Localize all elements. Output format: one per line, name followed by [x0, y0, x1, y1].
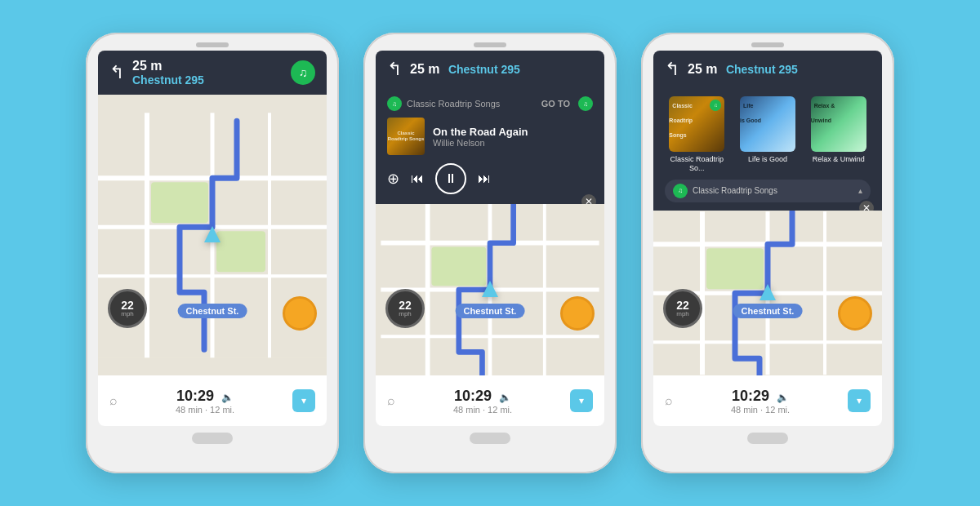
album-item-2[interactable]: Lifeis Good Life is Good	[736, 96, 800, 173]
spotify-green-icon-3: ♫	[673, 184, 688, 198]
turn-arrow-icon-1: ↰	[109, 62, 124, 83]
svg-rect-16	[431, 247, 486, 286]
trip-info-2: 48 min · 12 mi.	[453, 405, 512, 415]
bottom-bar-3: ⌕ 10:29 🔈 48 min · 12 mi. ▾	[653, 375, 882, 426]
nav-distance-1: 25 m	[132, 59, 204, 73]
album-name-1: Classic Roadtrip So...	[665, 155, 729, 173]
speed-unit-1: mph	[121, 311, 134, 317]
svg-rect-7	[151, 182, 208, 223]
street-label-2: Chestnut St.	[456, 304, 525, 318]
album-art-2: Classic Roadtrip Songs	[387, 118, 425, 155]
orange-button-2[interactable]	[560, 296, 595, 331]
phone-screen-3: ↰ 25 m Chestnut 295 ClassicRoadtripSongs…	[653, 51, 882, 426]
album-thumb-1: ClassicRoadtripSongs ♫	[669, 96, 724, 152]
chevron-down-button-1[interactable]: ▾	[292, 389, 315, 412]
spotify-green-icon-2: ♫	[387, 96, 402, 111]
spotify-logo-2[interactable]: ♫	[578, 96, 593, 111]
album-thumb-2: Lifeis Good	[740, 96, 795, 152]
song-row-2: Classic Roadtrip Songs On the Road Again…	[387, 118, 593, 155]
add-button-2[interactable]: ⊕	[387, 170, 399, 188]
speed-unit-3: mph	[676, 311, 689, 317]
playlist-bar-3[interactable]: ♫ Classic Roadtrip Songs ▴	[665, 180, 871, 202]
album-name-3: Relax & Unwind	[813, 155, 865, 164]
orange-button-1[interactable]	[283, 296, 317, 331]
album-picker-3: ClassicRoadtripSongs ♫ Classic Roadtrip …	[653, 88, 882, 211]
spotify-icon-1: ♫	[299, 66, 308, 79]
nav-info-3: 25 m Chestnut 295	[688, 62, 798, 77]
search-icon-2[interactable]: ⌕	[387, 393, 395, 408]
nav-distance-3: 25 m Chestnut 295	[688, 62, 798, 77]
nav-header-1: ↰ 25 m Chestnut 295 ♫	[98, 51, 327, 95]
speed-unit-2: mph	[399, 311, 412, 317]
chevron-down-button-3[interactable]: ▾	[848, 389, 871, 412]
street-label-3: Chestnut St.	[733, 304, 803, 318]
search-icon-1[interactable]: ⌕	[109, 393, 118, 408]
album-item-1[interactable]: ClassicRoadtripSongs ♫ Classic Roadtrip …	[665, 96, 729, 173]
spotify-panel-top-2: ♫ Classic Roadtrip Songs GO TO ♫	[387, 96, 593, 111]
time-block-2: 10:29 🔈 48 min · 12 mi.	[453, 388, 512, 415]
time-block-3: 10:29 🔈 48 min · 12 mi.	[731, 388, 790, 415]
go-to-button-2[interactable]: GO TO	[541, 99, 570, 109]
phone-screen-2: ↰ 25 m Chestnut 295 ♫ Classic Roadtrip S…	[376, 51, 604, 426]
time-display-1: 10:29 🔈	[176, 388, 234, 405]
bottom-bar-1: ⌕ 10:29 🔈 48 min · 12 mi. ▾	[98, 375, 327, 426]
albums-row-3: ClassicRoadtripSongs ♫ Classic Roadtrip …	[665, 96, 871, 173]
album-thumb-3: Relax &Unwind	[811, 96, 866, 152]
speed-badge-3: 22 mph	[663, 289, 702, 328]
home-button-2[interactable]	[470, 433, 510, 444]
volume-icon-2: 🔈	[499, 392, 511, 403]
album-label-2: Lifeis Good	[740, 100, 764, 126]
map-area-3: 22 mph Chestnut St.	[653, 211, 882, 375]
prev-button-2[interactable]: ⏮	[411, 171, 424, 186]
time-display-3: 10:29 🔈	[731, 388, 790, 405]
song-title-2: On the Road Again	[433, 126, 593, 138]
album-name-2: Life is Good	[748, 155, 787, 164]
play-pause-button-2[interactable]: ⏸	[435, 163, 466, 194]
nav-info-1: 25 m Chestnut 295	[132, 59, 204, 87]
turn-arrow-icon-2: ↰	[387, 59, 402, 80]
nav-arrow-1	[204, 226, 220, 242]
volume-icon-1: 🔈	[221, 392, 234, 403]
playlist-name-2: Classic Roadtrip Songs	[407, 99, 537, 109]
nav-header-2: ↰ 25 m Chestnut 295	[376, 51, 604, 88]
nav-info-2: 25 m Chestnut 295	[410, 62, 520, 77]
phone-2: ↰ 25 m Chestnut 295 ♫ Classic Roadtrip S…	[363, 33, 617, 473]
nav-distance-2: 25 m Chestnut 295	[410, 62, 520, 77]
speed-badge-2: 22 mph	[385, 289, 425, 328]
song-info-2: On the Road Again Willie Nelson	[433, 126, 593, 148]
album-label-3: Relax &Unwind	[811, 100, 835, 126]
orange-button-3[interactable]	[838, 296, 872, 331]
phone-screen-1: ↰ 25 m Chestnut 295 ♫	[98, 51, 327, 426]
controls-row-2: ⊕ ⏮ ⏸ ⏭	[387, 163, 593, 194]
chevron-down-button-2[interactable]: ▾	[570, 389, 593, 412]
spotify-panel-2: ♫ Classic Roadtrip Songs GO TO ♫ Classic…	[376, 88, 604, 204]
svg-rect-24	[706, 248, 764, 289]
home-button-3[interactable]	[747, 433, 788, 444]
street-label-1: Chestnut St.	[178, 304, 247, 318]
home-button-1[interactable]	[192, 433, 233, 444]
phone-speaker-2	[474, 42, 506, 47]
spotify-badge-1[interactable]: ♫	[291, 60, 315, 85]
speed-badge-1: 22 mph	[108, 289, 147, 328]
active-indicator-1: ♫	[710, 100, 721, 111]
speed-number-2: 22	[399, 300, 412, 311]
trip-info-3: 48 min · 12 mi.	[731, 405, 790, 415]
nav-header-3: ↰ 25 m Chestnut 295	[653, 51, 882, 88]
chevron-up-icon-3: ▴	[858, 186, 862, 195]
album-label-1: ClassicRoadtripSongs	[669, 100, 693, 141]
phone-speaker-1	[196, 42, 229, 47]
map-area-1: 22 mph Chestnut St.	[98, 95, 327, 375]
next-button-2[interactable]: ⏭	[478, 171, 491, 186]
turn-arrow-icon-3: ↰	[665, 59, 679, 80]
speed-number-3: 22	[676, 300, 689, 311]
speed-number-1: 22	[121, 300, 134, 311]
svg-rect-8	[216, 231, 265, 272]
volume-icon-3: 🔈	[777, 392, 789, 403]
search-icon-3[interactable]: ⌕	[665, 393, 673, 408]
album-item-3[interactable]: Relax &Unwind Relax & Unwind	[806, 96, 871, 173]
bottom-bar-2: ⌕ 10:29 🔈 48 min · 12 mi. ▾	[376, 375, 604, 426]
playlist-bar-name-3: Classic Roadtrip Songs	[693, 186, 853, 195]
phone-1: ↰ 25 m Chestnut 295 ♫	[86, 33, 339, 473]
nav-arrow-2	[482, 281, 498, 297]
time-display-2: 10:29 🔈	[453, 388, 512, 405]
